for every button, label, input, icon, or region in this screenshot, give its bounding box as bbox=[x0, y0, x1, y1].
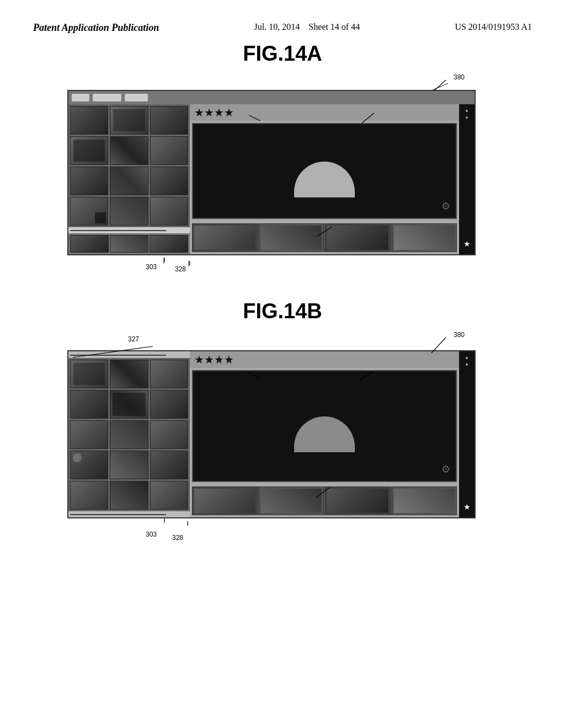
thumb-grid-14a bbox=[68, 104, 190, 227]
thumb-cell bbox=[150, 360, 188, 388]
dot1 bbox=[466, 110, 468, 112]
thumb-cell bbox=[110, 197, 148, 226]
figure-14b-section: FIG.14B 327 380 —326 381 382 303 328 ▬▬▬… bbox=[33, 299, 532, 546]
ref-380-label-b: 380 bbox=[454, 331, 465, 339]
film-cell-14b bbox=[192, 486, 258, 515]
thumb-cell bbox=[150, 390, 188, 419]
main-preview-14b: ⚙ bbox=[192, 370, 457, 482]
preview-gear-icon: ⚙ bbox=[441, 200, 450, 212]
thumb-cell bbox=[110, 420, 148, 449]
top-bar-btn1 bbox=[72, 94, 89, 101]
thumb-cell bbox=[150, 136, 188, 165]
thumb-cell bbox=[150, 167, 188, 195]
thumb-cell bbox=[110, 167, 148, 195]
stars-row-14b: ★★★★ bbox=[190, 351, 459, 368]
sheet-info: Sheet 14 of 44 bbox=[308, 22, 360, 31]
thumb-info-text-14b: ▬▬▬▬▬▬▬▬▬▬▬▬▬▬▬▬▬▬▬▬▬▬▬▬▬▬▬▬▬ bbox=[70, 512, 166, 516]
dot2 bbox=[466, 116, 468, 119]
thumb-cell bbox=[70, 106, 108, 135]
far-right-panel-14b: ★ bbox=[459, 351, 475, 517]
ui-screen-14b: ▬▬▬▬▬▬▬▬▬▬▬▬▬▬▬▬▬▬▬▬▬▬▬▬▬▬▬▬▬ bbox=[67, 350, 476, 518]
fig14b-title: FIG.14B bbox=[33, 299, 532, 323]
thumb-cell bbox=[70, 136, 108, 165]
thumb-panel-14a: ▬▬▬▬▬▬▬▬▬▬▬▬▬▬▬▬▬▬▬▬▬▬▬▬▬▬▬▬▬ bbox=[68, 104, 190, 254]
ref-327-label: 327 bbox=[128, 335, 139, 343]
thumb-top-bar-14b: ▬▬▬▬▬▬▬▬▬▬▬▬▬▬▬▬▬▬▬▬▬▬▬▬▬▬▬▬▬ bbox=[68, 351, 190, 358]
fig14a-diagram: 380 —326 381 382 bbox=[56, 68, 509, 277]
patent-number: US 2014/0191953 A1 bbox=[455, 22, 532, 32]
thumb-cell bbox=[150, 106, 188, 135]
ref-303-label-a: 303 bbox=[146, 263, 157, 271]
thumb-panel-info-bar-14b: ▬▬▬▬▬▬▬▬▬▬▬▬▬▬▬▬▬▬▬▬▬▬▬▬▬▬▬▬▬ bbox=[68, 511, 190, 518]
thumb-cell bbox=[150, 197, 188, 226]
ref-303-label-b: 303 bbox=[146, 531, 157, 538]
filmstrip-14b bbox=[192, 486, 457, 515]
thumb-footer-row bbox=[68, 233, 190, 254]
dot2-b bbox=[466, 363, 468, 366]
fig14b-diagram: 327 380 —326 381 382 303 328 ▬▬▬▬▬▬▬▬▬▬▬… bbox=[56, 325, 509, 546]
thumb-cell bbox=[150, 451, 188, 479]
thumb-footer-cell bbox=[150, 235, 188, 253]
thumb-info-text: ▬▬▬▬▬▬▬▬▬▬▬▬▬▬▬▬▬▬▬▬▬▬▬▬▬▬▬▬▬ bbox=[70, 228, 166, 232]
thumb-cell bbox=[110, 481, 148, 510]
top-bar-btn2 bbox=[93, 94, 121, 101]
film-cell bbox=[259, 223, 324, 252]
thumb-cell bbox=[110, 390, 148, 419]
right-panel-14b: ★★★★ ⚙ bbox=[190, 351, 459, 517]
star-far-right: ★ bbox=[463, 239, 471, 249]
star-icons-14b: ★★★★ bbox=[194, 353, 234, 366]
publication-title: Patent Application Publication bbox=[33, 22, 159, 34]
thumb-cell bbox=[70, 481, 108, 510]
film-cell bbox=[325, 223, 391, 252]
dot1-b bbox=[466, 357, 468, 359]
thumb-grid-14b bbox=[68, 358, 190, 511]
thumb-cell bbox=[70, 167, 108, 195]
film-cell-14b bbox=[325, 486, 391, 515]
thumb-panel-info-bar: ▬▬▬▬▬▬▬▬▬▬▬▬▬▬▬▬▬▬▬▬▬▬▬▬▬▬▬▬▬ bbox=[68, 227, 190, 233]
film-cell bbox=[392, 223, 457, 252]
stars-row-14a: ★★★★ bbox=[190, 104, 459, 121]
right-panel-14a: ★★★★ ⚙ bbox=[190, 104, 459, 254]
moon-arc-14a bbox=[294, 162, 355, 197]
top-bar-btn3 bbox=[125, 94, 148, 101]
star-far-right-b: ★ bbox=[463, 502, 471, 512]
ref-328-label-a: 328 bbox=[175, 265, 186, 273]
thumb-panel-14b: ▬▬▬▬▬▬▬▬▬▬▬▬▬▬▬▬▬▬▬▬▬▬▬▬▬▬▬▬▬ bbox=[68, 351, 190, 517]
ref-380-label-a: 380 bbox=[454, 73, 465, 81]
main-preview-14a: ⚙ bbox=[192, 123, 457, 219]
thumb-cell bbox=[110, 106, 148, 135]
thumb-cell bbox=[70, 360, 108, 388]
fig14a-title: FIG.14A bbox=[33, 42, 532, 66]
far-right-panel-14a: ★ bbox=[459, 104, 475, 254]
moon-arc-14b bbox=[294, 416, 355, 452]
figure-14a-section: FIG.14A 380 —326 bbox=[33, 42, 532, 277]
thumb-cell bbox=[150, 481, 188, 510]
thumb-top-text: ▬▬▬▬▬▬▬▬▬▬▬▬▬▬▬▬▬▬▬▬▬▬▬▬▬▬▬▬▬ bbox=[70, 353, 188, 356]
publication-date-sheet: Jul. 10, 2014 Sheet 14 of 44 bbox=[254, 22, 360, 32]
thumb-cell bbox=[70, 197, 108, 226]
preview-gear-icon-14b: ⚙ bbox=[441, 463, 450, 475]
film-cell bbox=[192, 223, 258, 252]
thumb-cell bbox=[110, 360, 148, 388]
thumb-cell bbox=[70, 390, 108, 419]
thumb-cell bbox=[110, 451, 148, 479]
ref-328-label-b: 328 bbox=[172, 534, 183, 542]
thumb-cell bbox=[70, 420, 108, 449]
thumb-cell bbox=[110, 136, 148, 165]
thumb-cell bbox=[70, 451, 108, 479]
film-cell-14b bbox=[392, 486, 457, 515]
filmstrip-14a bbox=[192, 223, 457, 252]
thumb-footer-cell bbox=[70, 235, 109, 253]
film-cell-14b bbox=[259, 486, 324, 515]
star-icons-14a: ★★★★ bbox=[194, 106, 234, 119]
publication-date: Jul. 10, 2014 bbox=[254, 22, 300, 31]
thumb-cell bbox=[150, 420, 188, 449]
page-header: Patent Application Publication Jul. 10, … bbox=[33, 22, 532, 36]
page: Patent Application Publication Jul. 10, … bbox=[0, 0, 565, 728]
ui-screen-14a: ▬▬▬▬▬▬▬▬▬▬▬▬▬▬▬▬▬▬▬▬▬▬▬▬▬▬▬▬▬ ★★★★ bbox=[67, 90, 476, 255]
thumb-footer-cell bbox=[110, 235, 148, 253]
top-bar-14a bbox=[68, 91, 475, 104]
